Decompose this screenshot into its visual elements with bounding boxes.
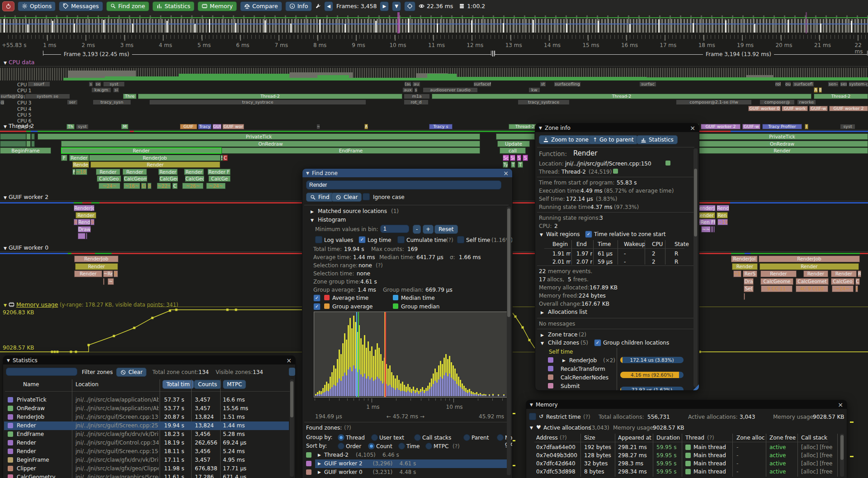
- zone[interactable]: Render: [69, 155, 89, 161]
- expand-icon[interactable]: ▶: [318, 470, 321, 474]
- zone[interactable]: ~Re: [103, 270, 113, 277]
- zone-trace-label[interactable]: Zone trace: [548, 331, 577, 338]
- table-row[interactable]: RenderJobjni/../jni/src/guif/Screen.cpp:…: [3, 413, 295, 421]
- time-relative-checkbox[interactable]: ✓: [585, 231, 592, 238]
- zone[interactable]: RenderJob: [74, 205, 94, 211]
- sort-by-option-radio[interactable]: [398, 443, 405, 450]
- zone[interactable]: 8: [74, 219, 78, 225]
- frame-overview-strip[interactable]: [0, 12, 868, 33]
- restrict-time-checkbox[interactable]: [529, 413, 536, 420]
- thread-color-swatch[interactable]: [613, 169, 618, 174]
- cpu-zone[interactable]: ssurf: [28, 81, 50, 87]
- zone[interactable]: PrivateTick: [696, 133, 868, 140]
- zone[interactable]: Render: [90, 161, 220, 168]
- zone[interactable]: CalcGeomet: [796, 278, 829, 285]
- cpu-zone[interactable]: surfacef: [473, 81, 491, 87]
- zone[interactable]: C: [855, 278, 860, 285]
- cpu-zone[interactable]: si: [113, 87, 119, 93]
- zone[interactable]: Render: [760, 263, 859, 270]
- collapse-icon[interactable]: ▼: [311, 218, 314, 222]
- view-range-marker[interactable]: [397, 12, 400, 33]
- cpu-zone[interactable]: @: [0, 99, 5, 105]
- table-row[interactable]: 0x7dfc42d64032 bytes298.3 ms59.95 sMain …: [526, 460, 843, 468]
- zone[interactable]: F: [72, 169, 75, 175]
- zone[interactable]: 9: [90, 219, 94, 225]
- table-row[interactable]: Renderjni/../jni/src/guif/Control.cpp:34…: [3, 439, 295, 447]
- zone[interactable]: [26, 133, 31, 140]
- scrollbar-thumb[interactable]: [507, 208, 510, 317]
- power-button[interactable]: [2, 1, 14, 11]
- table-row[interactable]: 0x7dfaa64e00192 bytes298.21 ms59.95 sMai…: [526, 444, 843, 452]
- zone[interactable]: ~22~: [157, 183, 171, 189]
- zone[interactable]: ~19~: [717, 219, 728, 225]
- filter-zones-input[interactable]: [6, 368, 77, 376]
- cpu-zone[interactable]: tracy_sysn: [93, 99, 131, 105]
- ignore-case-checkbox[interactable]: [363, 193, 370, 200]
- collapse-icon[interactable]: ▼: [4, 124, 7, 129]
- zone[interactable]: EndFrame: [222, 147, 480, 154]
- zone[interactable]: RerS: [743, 270, 757, 277]
- cpu-zone[interactable]: s: [414, 87, 418, 93]
- find-zone-scrollbar[interactable]: [507, 207, 511, 475]
- zone[interactable]: Sc: [503, 155, 509, 161]
- collapse-icon[interactable]: ▼: [4, 61, 7, 65]
- zone[interactable]: 4C 9 C(10: [796, 285, 828, 292]
- expand-icon[interactable]: ▶: [541, 310, 544, 315]
- cpu-zone[interactable]: surfacefl: [793, 81, 814, 87]
- zone[interactable]: ~24~: [206, 183, 226, 189]
- go-to-parent-button[interactable]: ↑Go to parent: [589, 135, 638, 144]
- toolbar-messages-button[interactable]: Messages: [59, 1, 103, 11]
- time-ruler[interactable]: +55.83 s1 ms2 ms3 ms4 ms5 ms6 ms7 ms8 ms…: [0, 33, 868, 51]
- zone[interactable]: Ty: [503, 161, 508, 168]
- source-color-swatch[interactable]: [665, 161, 670, 166]
- cpu-zone[interactable]: ses: [840, 81, 847, 87]
- zone[interactable]: S: [517, 155, 521, 161]
- collapse-icon[interactable]: ▼: [540, 232, 543, 237]
- frame-3193-label[interactable]: Frame 3,193 (22.45 ms): [61, 51, 132, 57]
- table-row[interactable]: 0x7e049b3d00128 bytes298.27 ms59.95 sMai…: [526, 452, 843, 460]
- cpu-zone[interactable]: kw: [528, 87, 540, 93]
- collapse-icon[interactable]: ▼: [7, 358, 10, 363]
- zone[interactable]: RenderJob: [74, 256, 118, 262]
- zone[interactable]: [103, 278, 104, 285]
- scrollbar-thumb[interactable]: [840, 435, 844, 460]
- zone[interactable]: CalcGeome: [123, 175, 147, 182]
- cpu-zone[interactable]: GUIF worker 0: [748, 106, 781, 111]
- zone[interactable]: Render: [96, 169, 120, 175]
- zone[interactable]: 4: [855, 285, 858, 292]
- zone[interactable]: Si: [510, 155, 515, 161]
- cpu-zone[interactable]: tracy_systrace: [518, 99, 570, 105]
- zone[interactable]: Draw: [78, 226, 91, 232]
- zone[interactable]: F: [61, 155, 67, 161]
- cpu-zone[interactable]: GUIF-w: [809, 106, 828, 111]
- zone[interactable]: Rende: [72, 161, 89, 168]
- zone[interactable]: 8: [147, 183, 151, 189]
- min-bin-input[interactable]: [380, 225, 409, 233]
- collapse-icon[interactable]: ▼: [539, 126, 542, 130]
- zone[interactable]: CalcGeo: [185, 175, 204, 182]
- expand-icon[interactable]: ▶: [562, 358, 566, 363]
- collapse-icon[interactable]: ▼: [530, 426, 533, 430]
- zone-info-scrollbar[interactable]: [693, 148, 698, 387]
- table-row[interactable]: OnRedrawjni/../jni/src/claw/application/…: [3, 404, 295, 413]
- zone[interactable]: OnRedraw: [61, 141, 480, 147]
- statistics-panel-header[interactable]: ▼ Statistics ×: [3, 356, 295, 364]
- zone[interactable]: Render: [803, 270, 828, 277]
- cpu-zone[interactable]: GUIF wor: [222, 124, 244, 129]
- zone[interactable]: RenderJol: [731, 256, 758, 262]
- group-by-option-radio[interactable]: [371, 434, 378, 441]
- cpu-zone[interactable]: syst: [76, 124, 89, 129]
- cpu-zone[interactable]: audioserver (audio: [423, 87, 478, 93]
- self-time-checkbox[interactable]: [457, 236, 464, 243]
- zoom-to-zone-button[interactable]: Zoom to zone: [539, 135, 593, 144]
- zone[interactable]: Update: [497, 141, 530, 147]
- zone[interactable]: CalcGeo: [97, 175, 121, 182]
- cpu-zone[interactable]: system-grm: [849, 81, 868, 87]
- zone[interactable]: ~26~: [182, 183, 203, 189]
- cpu-zone[interactable]: Thread-2: [432, 94, 811, 99]
- zone[interactable]: T: [511, 161, 515, 168]
- zone[interactable]: [26, 141, 31, 147]
- zone[interactable]: RenderJob: [89, 155, 221, 161]
- toolbar-statistics-button[interactable]: Statistics: [152, 1, 194, 11]
- zone[interactable]: Set: [744, 285, 754, 292]
